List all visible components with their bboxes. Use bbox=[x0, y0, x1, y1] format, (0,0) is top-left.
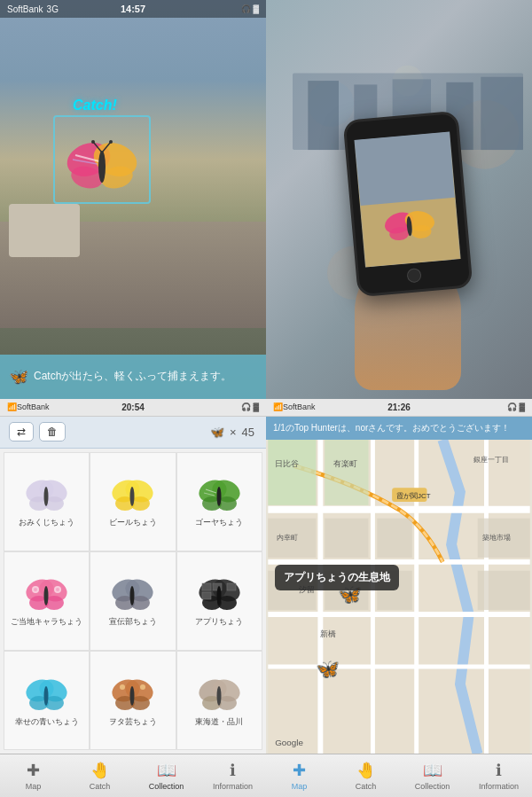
butterfly-name-7: 幸せの青いちょう bbox=[15, 717, 79, 727]
svg-text:有楽町: 有楽町 bbox=[333, 458, 357, 467]
panel-map: 📶SoftBank 21:26 🎧 ▓ 1/1のTop Hunterは、norさ… bbox=[266, 399, 532, 798]
svg-point-72 bbox=[44, 686, 49, 706]
butterfly-item-9[interactable]: 東海道・品川 bbox=[176, 651, 262, 750]
map-location-text: アプリちょうの生息地 bbox=[284, 571, 390, 583]
info-icon-br: ℹ bbox=[496, 761, 502, 780]
time-collection: 20:54 bbox=[121, 402, 145, 412]
butterfly-image-4 bbox=[22, 574, 71, 614]
butterfly-item-4[interactable]: ご当地キャラちょう bbox=[4, 551, 90, 651]
svg-text:新橋: 新橋 bbox=[320, 629, 336, 637]
bottom-tabs-collection: ✚ Map 🤚 Catch 📖 Collection ℹ Information bbox=[0, 754, 266, 797]
svg-rect-63 bbox=[202, 583, 211, 590]
network-label: 3G bbox=[47, 4, 59, 14]
svg-point-49 bbox=[44, 586, 49, 606]
svg-text:日比谷: 日比谷 bbox=[275, 458, 299, 467]
svg-rect-95 bbox=[325, 518, 368, 557]
butterfly-image-3 bbox=[195, 475, 244, 515]
notification-banner: 1/1のTop Hunterは、norさんです。おめでとうございます！ bbox=[266, 417, 532, 440]
butterfly-item-6[interactable]: アプリちょう bbox=[176, 551, 262, 651]
sort-button[interactable]: ⇄ bbox=[9, 422, 34, 441]
hint-text: Catchが出たら、軽くふって捕まえます。 bbox=[34, 369, 231, 384]
butterfly-name-4: ご当地キャラちょう bbox=[11, 617, 82, 627]
tab-collection-br-label: Collection bbox=[415, 782, 450, 791]
butterfly-item-8[interactable]: ヲタ芸ちょう bbox=[90, 651, 176, 750]
status-bar-top-left: SoftBank 3G 14:57 🎧 ▓ bbox=[0, 0, 266, 18]
svg-rect-96 bbox=[377, 518, 411, 557]
svg-text:霞が関JCT: 霞が関JCT bbox=[396, 491, 431, 499]
svg-rect-20 bbox=[481, 77, 523, 150]
svg-point-53 bbox=[56, 588, 59, 591]
bottom-tabs-map: ✚ Map 🤚 Catch 📖 Collection ℹ Information bbox=[266, 754, 532, 797]
svg-rect-102 bbox=[268, 440, 316, 505]
trash-button[interactable]: 🗑 bbox=[39, 422, 66, 441]
tab-information[interactable]: ℹ Information bbox=[200, 754, 266, 797]
panel-ar-camera: SoftBank 3G 14:57 🎧 ▓ Catch! bbox=[0, 0, 266, 399]
map-svg: 日比谷 有楽町 銀座一丁目 内幸町 築地市場 汐留 新橋 霞が関JCT 🦋 🦋 … bbox=[266, 440, 532, 754]
svg-rect-101 bbox=[478, 570, 530, 609]
svg-text:🦋: 🦋 bbox=[316, 656, 340, 680]
svg-text:内幸町: 内幸町 bbox=[277, 534, 298, 542]
butterfly-item-1[interactable]: おみくじちょう bbox=[4, 452, 90, 551]
tab-collection-br[interactable]: 📖 Collection bbox=[399, 754, 466, 797]
icons-collection: 🎧 ▓ bbox=[241, 402, 259, 411]
svg-text:銀座一丁目: 銀座一丁目 bbox=[473, 455, 509, 463]
butterfly-name-9: 東海道・品川 bbox=[195, 717, 243, 727]
map-area[interactable]: 日比谷 有楽町 銀座一丁目 内幸町 築地市場 汐留 新橋 霞が関JCT 🦋 🦋 … bbox=[266, 440, 532, 754]
scene-wall bbox=[9, 204, 80, 257]
svg-point-32 bbox=[44, 487, 49, 506]
tab-map[interactable]: ✚ Map bbox=[0, 754, 66, 797]
phone-home-button bbox=[406, 268, 421, 283]
tab-info-label: Information bbox=[213, 782, 253, 791]
collection-icon-br: 📖 bbox=[423, 761, 442, 780]
tab-collection[interactable]: 📖 Collection bbox=[133, 754, 200, 797]
butterfly-name-3: ゴーヤちょう bbox=[195, 518, 243, 527]
map-icon: ✚ bbox=[27, 761, 40, 780]
tab-map-br[interactable]: ✚ Map bbox=[266, 754, 332, 797]
svg-point-78 bbox=[140, 684, 145, 690]
svg-point-84 bbox=[216, 686, 221, 706]
butterfly-item-3[interactable]: ゴーヤちょう bbox=[176, 452, 262, 551]
butterfly-image-8 bbox=[108, 675, 157, 715]
tab-catch-br[interactable]: 🤚 Catch bbox=[332, 754, 399, 797]
svg-point-37 bbox=[130, 487, 135, 506]
butterfly-name-2: ビールちょう bbox=[109, 518, 157, 527]
tab-catch-label: Catch bbox=[90, 782, 111, 791]
map-location-label: アプリちょうの生息地 bbox=[275, 565, 399, 590]
tab-collection-label: Collection bbox=[149, 782, 184, 791]
butterfly-image-1 bbox=[22, 475, 71, 515]
svg-text:築地市場: 築地市場 bbox=[482, 534, 511, 542]
status-bar-map: 📶SoftBank 21:26 🎧 ▓ bbox=[266, 399, 532, 417]
butterfly-image-5 bbox=[108, 574, 157, 614]
butterfly-item-2[interactable]: ビールちょう bbox=[90, 452, 176, 551]
butterfly-grid: おみくじちょう ビールちょう bbox=[0, 449, 266, 754]
collection-toolbar: ⇄ 🗑 🦋 × 45 bbox=[0, 417, 266, 449]
butterfly-image-7 bbox=[22, 675, 71, 715]
time-map: 21:26 bbox=[387, 402, 411, 412]
svg-rect-65 bbox=[227, 583, 236, 590]
tab-catch[interactable]: 🤚 Catch bbox=[66, 754, 133, 797]
counter-number: 45 bbox=[242, 426, 254, 439]
butterfly-counter: 🦋 × 45 bbox=[207, 426, 257, 439]
tab-map-label: Map bbox=[26, 782, 42, 791]
status-bar-collection: 📶SoftBank 20:54 🎧 ▓ bbox=[0, 399, 266, 417]
panel-collection: 📶SoftBank 20:54 🎧 ▓ ⇄ 🗑 🦋 × 45 bbox=[0, 399, 266, 798]
svg-point-42 bbox=[216, 487, 221, 506]
svg-rect-66 bbox=[202, 592, 211, 599]
hint-bar: 🦋 Catchが出たら、軽くふって捕まえます。 bbox=[0, 355, 266, 399]
time-display: 14:57 bbox=[121, 4, 145, 14]
butterfly-item-7[interactable]: 幸せの青いちょう bbox=[4, 651, 90, 750]
svg-point-79 bbox=[130, 686, 135, 706]
tab-info-br-label: Information bbox=[479, 782, 519, 791]
svg-point-67 bbox=[216, 586, 221, 606]
info-icon: ℹ bbox=[230, 761, 236, 780]
butterfly-item-5[interactable]: 宣伝部ちょう bbox=[90, 551, 176, 651]
tab-information-br[interactable]: ℹ Information bbox=[466, 754, 532, 797]
butterfly-image-9 bbox=[195, 675, 244, 715]
hand-phone bbox=[293, 18, 523, 390]
carrier-label: SoftBank bbox=[7, 4, 43, 14]
counter-butterfly-icon: 🦋 bbox=[210, 426, 224, 439]
svg-point-52 bbox=[34, 588, 37, 591]
hint-butterfly-icon: 🦋 bbox=[9, 367, 28, 387]
svg-text:Google: Google bbox=[275, 737, 303, 746]
svg-point-58 bbox=[130, 586, 135, 606]
